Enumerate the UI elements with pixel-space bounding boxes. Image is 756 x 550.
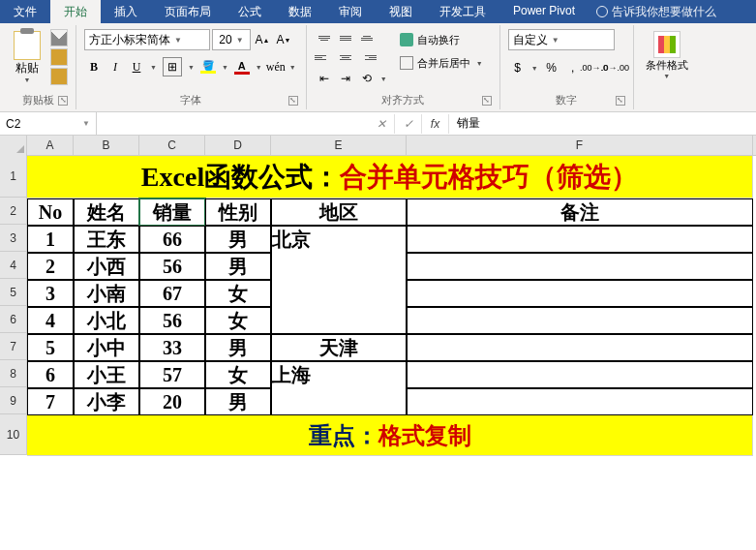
formula-input[interactable]: 销量 bbox=[449, 112, 756, 135]
region-shanghai[interactable]: 上海 bbox=[271, 361, 407, 415]
col-header-F[interactable]: F bbox=[407, 136, 753, 155]
header-sex[interactable]: 性别 bbox=[205, 199, 271, 226]
header-name[interactable]: 姓名 bbox=[74, 199, 139, 226]
menu-review[interactable]: 审阅 bbox=[325, 0, 376, 23]
cell[interactable]: 女 bbox=[205, 307, 271, 334]
row-header-7[interactable]: 7 bbox=[0, 333, 27, 360]
menu-data[interactable]: 数据 bbox=[275, 0, 325, 23]
percent-button[interactable]: % bbox=[542, 58, 561, 77]
tell-me[interactable]: 告诉我你想要做什么 bbox=[589, 0, 724, 23]
fill-color-button[interactable]: 🪣 bbox=[198, 57, 218, 76]
menu-home[interactable]: 开始 bbox=[50, 0, 101, 23]
menu-view[interactable]: 视图 bbox=[376, 0, 426, 23]
cell[interactable]: 66 bbox=[139, 226, 205, 253]
decrease-indent-button[interactable]: ⇤ bbox=[315, 69, 334, 88]
bold-button[interactable]: B bbox=[84, 57, 104, 76]
fill-dd[interactable]: ▼ bbox=[220, 64, 230, 71]
header-sales[interactable]: 销量 bbox=[139, 199, 205, 226]
row-header-3[interactable]: 3 bbox=[0, 225, 27, 252]
align-right-button[interactable] bbox=[357, 48, 377, 66]
phonetic-button[interactable]: wén bbox=[266, 57, 286, 76]
cell[interactable] bbox=[407, 307, 753, 334]
increase-font-button[interactable]: A▲ bbox=[253, 30, 272, 49]
cell[interactable]: 女 bbox=[205, 361, 271, 388]
number-format-combo[interactable]: 自定义▼ bbox=[508, 29, 615, 50]
cell[interactable]: 小王 bbox=[74, 361, 139, 388]
font-color-button[interactable]: A bbox=[232, 57, 252, 76]
font-name-combo[interactable]: 方正小标宋简体▼ bbox=[84, 29, 210, 50]
region-beijing[interactable]: 北京 bbox=[271, 226, 407, 334]
border-button[interactable]: ⊞ bbox=[163, 57, 182, 76]
menu-developer[interactable]: 开发工具 bbox=[426, 0, 499, 23]
cell[interactable] bbox=[407, 388, 753, 415]
align-top-button[interactable] bbox=[315, 29, 334, 46]
increase-indent-button[interactable]: ⇥ bbox=[336, 69, 355, 88]
cell[interactable]: 3 bbox=[27, 280, 74, 307]
region-tianjin[interactable]: 天津 bbox=[271, 334, 407, 361]
copy-button[interactable] bbox=[50, 48, 68, 66]
cell[interactable]: 57 bbox=[139, 361, 205, 388]
cell[interactable]: 小西 bbox=[74, 253, 139, 280]
cell[interactable]: 男 bbox=[205, 253, 271, 280]
cell[interactable] bbox=[407, 280, 753, 307]
border-dd[interactable]: ▼ bbox=[186, 64, 197, 71]
col-header-B[interactable]: B bbox=[74, 136, 139, 155]
phonetic-dd[interactable]: ▼ bbox=[287, 64, 298, 71]
menu-formulas[interactable]: 公式 bbox=[225, 0, 275, 23]
col-header-A[interactable]: A bbox=[27, 136, 74, 155]
accounting-button[interactable]: $ bbox=[508, 58, 528, 77]
select-all-corner[interactable] bbox=[0, 136, 27, 155]
row-header-8[interactable]: 8 bbox=[0, 360, 27, 387]
cell[interactable]: 2 bbox=[27, 253, 74, 280]
cell[interactable]: 王东 bbox=[74, 226, 139, 253]
align-center-button[interactable] bbox=[336, 48, 355, 66]
acct-dd[interactable]: ▼ bbox=[529, 65, 540, 72]
cell[interactable]: 小李 bbox=[74, 388, 139, 415]
cell[interactable]: 33 bbox=[139, 334, 205, 361]
row-header-2[interactable]: 2 bbox=[0, 198, 27, 225]
footer-cell[interactable]: 重点：格式复制 bbox=[27, 415, 753, 456]
cell[interactable] bbox=[407, 253, 753, 280]
cell[interactable]: 小中 bbox=[74, 334, 139, 361]
header-no[interactable]: No bbox=[27, 199, 74, 226]
header-region[interactable]: 地区 bbox=[271, 199, 407, 226]
paste-button[interactable]: 粘贴 ▼ bbox=[8, 29, 46, 85]
menu-powerpivot[interactable]: Power Pivot bbox=[499, 0, 589, 23]
row-header-5[interactable]: 5 bbox=[0, 279, 27, 306]
underline-button[interactable]: U bbox=[127, 57, 146, 76]
cell[interactable]: 男 bbox=[205, 334, 271, 361]
cell[interactable]: 6 bbox=[27, 361, 74, 388]
dialog-launcher-icon[interactable]: ⤡ bbox=[616, 96, 625, 106]
cell[interactable]: 女 bbox=[205, 280, 271, 307]
conditional-format-button[interactable]: 条件格式 ▼ bbox=[642, 29, 692, 81]
align-bottom-button[interactable] bbox=[357, 29, 377, 46]
row-header-4[interactable]: 4 bbox=[0, 252, 27, 279]
title-cell[interactable]: Excel函数公式：合并单元格技巧（筛选） bbox=[27, 156, 753, 199]
cell[interactable]: 56 bbox=[139, 253, 205, 280]
cell[interactable] bbox=[407, 361, 753, 388]
italic-button[interactable]: I bbox=[106, 57, 125, 76]
decrease-font-button[interactable]: A▼ bbox=[274, 30, 293, 49]
menu-pagelayout[interactable]: 页面布局 bbox=[151, 0, 225, 23]
dialog-launcher-icon[interactable]: ⤡ bbox=[58, 96, 68, 106]
font-size-combo[interactable]: 20▼ bbox=[212, 29, 251, 50]
row-header-1[interactable]: 1 bbox=[0, 155, 27, 198]
cell[interactable]: 67 bbox=[139, 280, 205, 307]
cells-area[interactable]: Excel函数公式：合并单元格技巧（筛选） No 姓名 销量 性别 地区 备注 … bbox=[27, 156, 756, 456]
cell[interactable]: 20 bbox=[139, 388, 205, 415]
underline-dd[interactable]: ▼ bbox=[148, 64, 159, 71]
merge-center-button[interactable]: 合并后居中▼ bbox=[393, 52, 492, 74]
format-painter-button[interactable] bbox=[50, 68, 68, 85]
align-middle-button[interactable] bbox=[336, 29, 355, 46]
cell[interactable]: 5 bbox=[27, 334, 74, 361]
orientation-button[interactable]: ⟲ bbox=[357, 69, 377, 88]
cell[interactable]: 男 bbox=[205, 388, 271, 415]
wrap-text-button[interactable]: 自动换行 bbox=[393, 29, 492, 50]
decrease-decimal-button[interactable]: .0→.00 bbox=[606, 58, 625, 77]
row-header-10[interactable]: 10 bbox=[0, 414, 27, 455]
cell[interactable]: 小北 bbox=[74, 307, 139, 334]
row-header-9[interactable]: 9 bbox=[0, 387, 27, 414]
fx-button[interactable]: fx bbox=[422, 114, 449, 134]
cell[interactable] bbox=[407, 226, 753, 253]
orient-dd[interactable]: ▼ bbox=[378, 76, 389, 82]
